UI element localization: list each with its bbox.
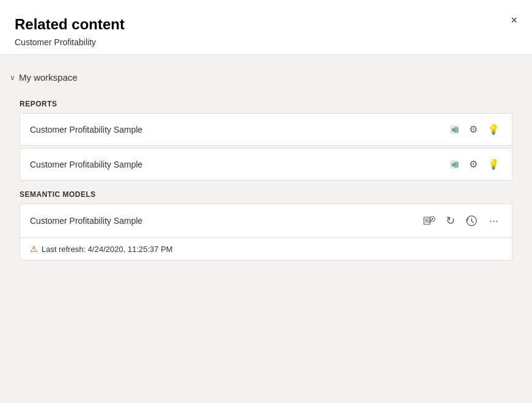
excel-analyze-icon[interactable]: X [447, 157, 462, 172]
reports-list: Customer Profitability Sample X [20, 113, 512, 180]
report-item-actions: X ⚙ 💡 [447, 156, 502, 172]
panel-title: Related content [15, 15, 517, 34]
panel-body: ∨ My workspace REPORTS Customer Profitab… [0, 55, 532, 403]
refresh-icon[interactable]: ↻ [443, 212, 457, 230]
reports-section-label: REPORTS [20, 100, 512, 108]
panel-header: Related content Customer Profitability × [0, 0, 532, 55]
list-item: Customer Profitability Sample X [20, 113, 512, 146]
excel-analyze-icon[interactable]: X [447, 122, 462, 137]
semantic-model-wrapper: Customer Profitability Sample [20, 204, 512, 261]
last-refresh-row: ⚠ Last refresh: 4/24/2020, 11:25:37 PM [20, 237, 512, 260]
panel-subtitle: Customer Profitability [15, 37, 517, 47]
semantic-model-actions: ↻ [420, 212, 502, 230]
close-button[interactable]: × [508, 12, 520, 28]
report-item-name: Customer Profitability Sample [30, 160, 142, 169]
workspace-name: My workspace [19, 72, 78, 83]
workspace-header[interactable]: ∨ My workspace [0, 65, 522, 90]
more-options-icon[interactable]: ··· [486, 213, 502, 229]
insights-icon[interactable]: 💡 [485, 121, 502, 138]
insights-icon[interactable]: 💡 [485, 156, 502, 172]
close-icon: × [511, 15, 517, 26]
svg-line-21 [472, 221, 473, 223]
last-refresh-text: Last refresh: 4/24/2020, 11:25:37 PM [42, 245, 173, 254]
analyze-icon[interactable] [420, 212, 439, 230]
report-item-name: Customer Profitability Sample [30, 125, 142, 135]
settings-icon[interactable]: ⚙ [467, 156, 480, 172]
warning-icon: ⚠ [30, 244, 38, 254]
workspace-content: REPORTS Customer Profitability Sample X [0, 100, 522, 270]
svg-point-18 [431, 218, 433, 220]
related-content-panel: Related content Customer Profitability ×… [0, 0, 532, 403]
svg-text:X: X [451, 162, 454, 168]
semantic-models-section-label: SEMANTIC MODELS [20, 190, 512, 199]
schedule-refresh-icon[interactable] [462, 212, 481, 230]
report-item-actions: X ⚙ 💡 [447, 121, 502, 138]
workspace-section: ∨ My workspace REPORTS Customer Profitab… [0, 65, 522, 270]
list-item: Customer Profitability Sample X [20, 148, 512, 180]
list-item: Customer Profitability Sample [20, 204, 512, 237]
settings-icon[interactable]: ⚙ [467, 121, 480, 138]
semantic-model-name: Customer Profitability Sample [30, 216, 142, 226]
chevron-down-icon: ∨ [10, 73, 15, 82]
svg-text:X: X [451, 127, 454, 133]
